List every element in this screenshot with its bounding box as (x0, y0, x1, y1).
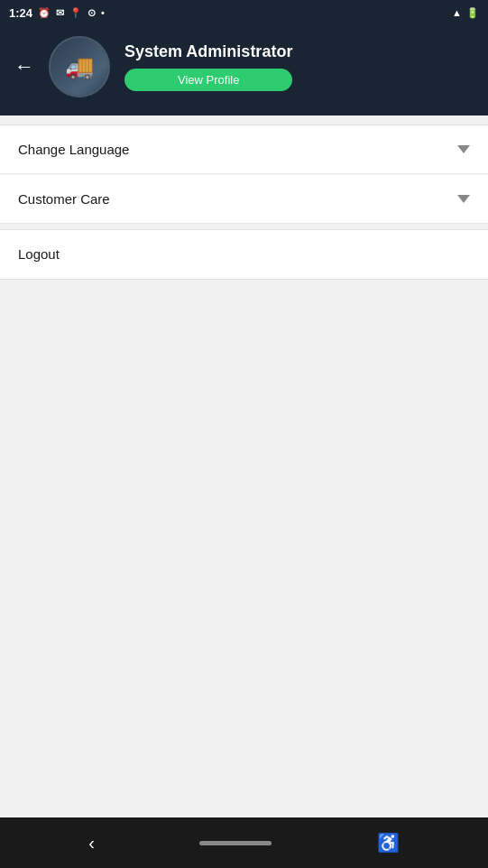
back-button[interactable]: ← (14, 55, 34, 78)
chevron-down-icon (457, 145, 470, 153)
change-language-label: Change Language (18, 142, 129, 157)
change-language-item[interactable]: Change Language (0, 125, 488, 174)
mail-icon: ✉ (56, 7, 64, 19)
location-icon: 📍 (69, 7, 82, 19)
chevron-down-icon-2 (457, 195, 470, 203)
nav-home-indicator[interactable] (199, 841, 272, 845)
logout-label: Logout (18, 246, 60, 262)
accessibility-icon: ♿ (377, 832, 400, 854)
view-profile-button[interactable]: View Profile (124, 69, 292, 91)
nav-back-icon: ‹ (88, 833, 95, 854)
time-display: 1:24 (9, 6, 32, 20)
user-name: System Administrator (124, 42, 292, 61)
menu-container: Change Language Customer Care Logout (0, 115, 488, 817)
circle-icon: ⊙ (87, 7, 96, 19)
nav-back-button[interactable]: ‹ (88, 833, 95, 854)
nav-accessibility-button[interactable]: ♿ (377, 832, 400, 854)
avatar (49, 36, 110, 97)
status-bar: 1:24 ⏰ ✉ 📍 ⊙ • ▲ 🔋 (0, 0, 488, 25)
status-bar-left: 1:24 ⏰ ✉ 📍 ⊙ • (9, 6, 105, 20)
status-bar-right: ▲ 🔋 (452, 7, 479, 19)
avatar-image (51, 38, 108, 96)
wifi-icon: ▲ (452, 7, 462, 18)
battery-icon: 🔋 (466, 7, 479, 19)
customer-care-item[interactable]: Customer Care (0, 175, 488, 224)
dot-icon: • (101, 7, 105, 18)
logout-item[interactable]: Logout (0, 229, 488, 280)
profile-info: System Administrator View Profile (124, 42, 292, 91)
back-arrow-icon: ← (14, 55, 34, 78)
alarm-icon: ⏰ (38, 7, 51, 19)
bottom-nav: ‹ ♿ (0, 817, 488, 868)
top-header: ← System Administrator View Profile (0, 25, 488, 115)
customer-care-label: Customer Care (18, 191, 110, 207)
